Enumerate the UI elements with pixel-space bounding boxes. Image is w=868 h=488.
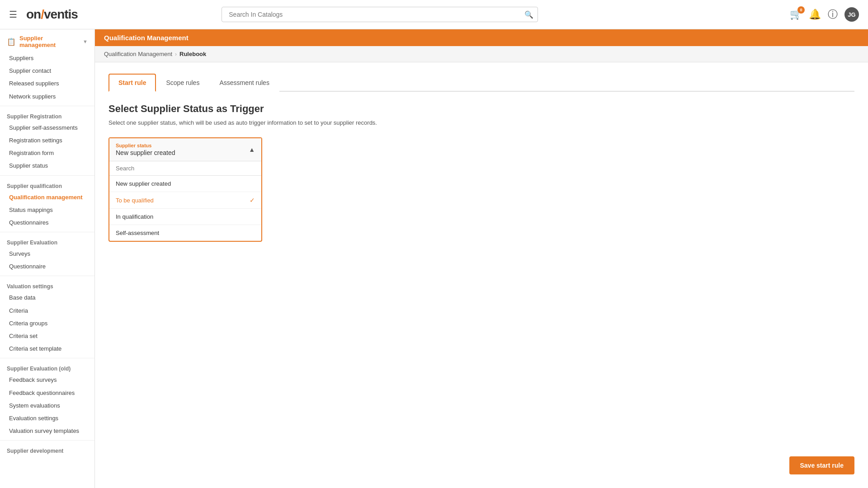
tab-scope-rules[interactable]: Scope rules (156, 74, 209, 92)
sidebar-item-supplier-status[interactable]: Supplier status (0, 160, 94, 172)
sidebar-group-supplier-qualification: Supplier qualification (0, 178, 94, 191)
sidebar-item-feedback-surveys[interactable]: Feedback surveys (0, 374, 94, 386)
sidebar-item-qualification-management[interactable]: Qualification management (0, 191, 94, 204)
tabs-bar: Start rule Scope rules Assessment rules (108, 74, 854, 92)
sidebar: 📋 Supplier management ▼ Suppliers Suppli… (0, 29, 95, 488)
logo: on/ventis (26, 7, 78, 22)
hamburger-menu-button[interactable]: ☰ (9, 9, 17, 20)
sidebar-item-evaluation-settings[interactable]: Evaluation settings (0, 412, 94, 425)
search-area: 🔍 (222, 7, 538, 22)
sidebar-group-supplier-evaluation-old: Supplier Evaluation (old) (0, 361, 94, 374)
supplier-management-icon: 📋 (7, 38, 16, 46)
page-title: Select Supplier Status as Trigger (108, 103, 854, 115)
sidebar-item-system-evaluations[interactable]: System evaluations (0, 399, 94, 412)
main-layout: 📋 Supplier management ▼ Suppliers Suppli… (0, 29, 868, 488)
breadcrumb-parent[interactable]: Qualification Management (104, 51, 172, 57)
sidebar-item-criteria-groups[interactable]: Criteria groups (0, 317, 94, 330)
dropdown-option-self-assessment[interactable]: Self-assessment (109, 225, 261, 241)
sidebar-item-base-data[interactable]: Base data (0, 291, 94, 304)
dropdown-option-label: New supplier created (116, 180, 171, 187)
tab-assessment-rules[interactable]: Assessment rules (209, 74, 279, 92)
logo-text: on/ventis (26, 7, 78, 22)
sidebar-item-criteria-set-template[interactable]: Criteria set template (0, 343, 94, 355)
dropdown-selected-value: New supplier created (116, 149, 175, 156)
page-subtitle: Select one supplier status, which will b… (108, 119, 854, 126)
cart-button[interactable]: 🛒 0 (790, 9, 802, 20)
dropdown-chevron-icon: ▲ (249, 146, 255, 153)
search-button[interactable]: 🔍 (524, 10, 533, 19)
dropdown-option-in-qualification[interactable]: In qualification (109, 209, 261, 225)
dropdown-header[interactable]: Supplier status New supplier created ▲ (109, 138, 261, 161)
check-icon: ✓ (250, 197, 255, 204)
dropdown-label-text: Supplier status (116, 143, 175, 148)
sidebar-item-criteria[interactable]: Criteria (0, 305, 94, 317)
sidebar-item-supplier-self-assessments[interactable]: Supplier self-assessments (0, 122, 94, 134)
sidebar-section-chevron-icon: ▼ (83, 39, 88, 44)
supplier-status-dropdown[interactable]: Supplier status New supplier created ▲ N… (108, 137, 262, 242)
sidebar-item-registration-form[interactable]: Registration form (0, 147, 94, 160)
save-start-rule-button[interactable]: Save start rule (789, 456, 855, 474)
sidebar-section-title: Supplier management (19, 35, 79, 48)
sidebar-item-questionnaire[interactable]: Questionnaire (0, 260, 94, 273)
dropdown-option-label: Self-assessment (116, 230, 159, 236)
dropdown-option-label: In qualification (116, 213, 153, 220)
avatar[interactable]: JG (844, 7, 859, 22)
sidebar-item-criteria-set[interactable]: Criteria set (0, 330, 94, 343)
nav-icons: 🛒 0 🔔 ⓘ JG (790, 7, 859, 22)
top-nav: ☰ on/ventis 🔍 🛒 0 🔔 ⓘ JG (0, 0, 868, 29)
save-btn-area: Save start rule (789, 456, 855, 474)
sidebar-item-surveys[interactable]: Surveys (0, 248, 94, 260)
sidebar-item-feedback-questionnaires[interactable]: Feedback questionnaires (0, 387, 94, 399)
notifications-button[interactable]: 🔔 (809, 9, 821, 20)
sidebar-item-released-suppliers[interactable]: Released suppliers (0, 77, 94, 90)
sidebar-item-valuation-survey-templates[interactable]: Valuation survey templates (0, 425, 94, 437)
sidebar-item-registration-settings[interactable]: Registration settings (0, 134, 94, 147)
tab-start-rule[interactable]: Start rule (108, 74, 156, 92)
logo-slash: / (41, 7, 44, 21)
sidebar-item-suppliers[interactable]: Suppliers (0, 52, 94, 65)
sidebar-group-supplier-development: Supplier development (0, 443, 94, 456)
orange-bar: Qualification Management (95, 29, 868, 46)
dropdown-body: New supplier created To be qualified ✓ I… (109, 161, 261, 241)
search-input[interactable] (222, 7, 538, 22)
breadcrumb-current: Rulebook (179, 51, 206, 57)
sidebar-group-supplier-evaluation: Supplier Evaluation (0, 235, 94, 248)
dropdown-search-input[interactable] (109, 161, 261, 176)
sidebar-group-supplier-registration: Supplier Registration (0, 109, 94, 122)
sidebar-group-valuation-settings: Valuation settings (0, 279, 94, 291)
content-inner: Start rule Scope rules Assessment rules … (95, 62, 868, 488)
sidebar-item-supplier-contact[interactable]: Supplier contact (0, 65, 94, 77)
sidebar-item-questionnaires[interactable]: Questionnaires (0, 216, 94, 229)
dropdown-option-label: To be qualified (116, 197, 154, 204)
breadcrumb-separator-icon: › (175, 51, 177, 57)
sidebar-item-network-suppliers[interactable]: Network suppliers (0, 90, 94, 103)
sidebar-section-header[interactable]: 📋 Supplier management ▼ (0, 29, 94, 52)
content-area: Qualification Management Qualification M… (95, 29, 868, 488)
dropdown-option-new-supplier-created[interactable]: New supplier created (109, 176, 261, 192)
cart-badge: 0 (797, 6, 805, 14)
help-button[interactable]: ⓘ (828, 8, 838, 21)
sidebar-item-status-mappings[interactable]: Status mappings (0, 204, 94, 216)
dropdown-option-to-be-qualified[interactable]: To be qualified ✓ (109, 192, 261, 209)
breadcrumb: Qualification Management › Rulebook (95, 46, 868, 62)
orange-bar-title: Qualification Management (104, 34, 189, 42)
dropdown-label-group: Supplier status New supplier created (116, 143, 175, 156)
